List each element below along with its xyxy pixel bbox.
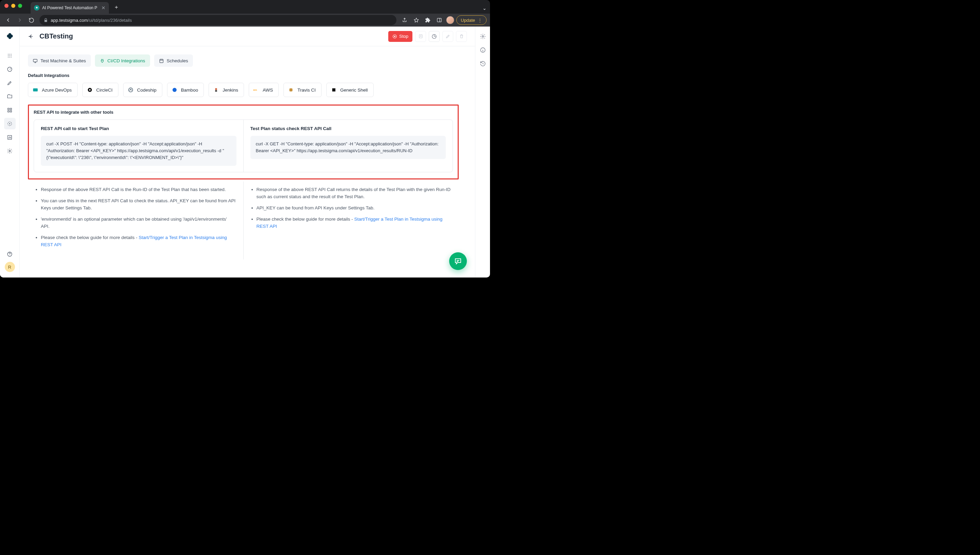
new-tab-button[interactable]: ＋ [114,4,119,11]
right-rail [475,27,490,278]
stop-label: Stop [399,34,408,39]
user-avatar[interactable]: R [5,262,15,272]
reload-button[interactable] [27,15,36,25]
nav-folder-icon[interactable] [4,91,16,102]
svg-point-32 [215,88,217,90]
nav-help-icon[interactable] [4,248,16,260]
rest-api-heading: REST API to integrate with other tools [34,110,453,115]
svg-point-5 [10,55,10,56]
tab-test-machine[interactable]: Test Machine & Suites [28,55,91,67]
svg-rect-25 [34,59,37,62]
api-start-code[interactable]: curl -X POST -H "Content-type: applicati… [41,136,237,166]
update-label: Update [461,18,475,23]
bookmark-star-icon[interactable] [411,15,421,25]
app-logo[interactable] [5,31,15,42]
address-bar[interactable]: app.testsigma.com/ui/td/plans/236/detail… [40,15,396,25]
list-item: Please check the below guide for more de… [41,234,237,249]
header-edit-icon[interactable] [442,31,453,42]
chat-icon [454,257,462,265]
nav-dashboard-icon[interactable] [4,63,16,75]
api-grid: REST API call to start Test Plan curl -X… [34,120,453,172]
svg-point-37 [482,36,484,37]
svg-point-9 [11,56,11,57]
svg-point-18 [9,150,10,151]
close-window-icon[interactable] [5,4,8,8]
profile-avatar[interactable] [446,16,454,24]
api-start-title: REST API call to start Test Plan [41,126,237,131]
list-item: You can use this in the next REST API Ca… [41,197,237,212]
tab-schedules[interactable]: Schedules [154,55,193,67]
left-nav-rail: R [0,27,20,278]
back-arrow-button[interactable] [27,32,35,40]
maximize-window-icon[interactable] [18,4,22,8]
svg-rect-27 [33,88,38,91]
api-status-code[interactable]: curl -X GET -H "Content-type: applicatio… [251,136,446,159]
monitor-icon [33,58,38,63]
info-icon[interactable] [479,46,487,54]
nav-grid-icon[interactable] [4,104,16,116]
update-button[interactable]: Update ⋮ [456,15,487,25]
tab-overflow-icon[interactable]: ⌄ [483,5,490,14]
circleci-icon [87,87,93,93]
svg-text:aws: aws [253,89,257,91]
list-item: API_KEY can be found from API Keys under… [257,205,452,212]
svg-point-3 [11,54,11,55]
lock-icon [43,18,48,22]
integration-circleci[interactable]: CircleCI [82,83,118,97]
forward-button[interactable] [15,15,24,25]
svg-point-30 [129,88,133,92]
nav-settings-icon[interactable] [4,145,16,157]
header-note-icon[interactable] [415,31,426,42]
close-tab-icon[interactable]: ✕ [101,5,106,11]
svg-point-6 [11,55,11,56]
list-item: Response of the above REST API Call is t… [41,186,237,193]
jenkins-icon [213,87,219,93]
nav-plans-icon[interactable] [4,118,16,129]
app-root: R CBTesting Stop Test Machine & Suites [0,27,490,278]
svg-rect-23 [419,35,422,38]
nav-edit-icon[interactable] [4,77,16,88]
svg-point-16 [9,123,10,124]
svg-rect-14 [10,110,11,112]
share-icon[interactable] [400,15,409,25]
extensions-icon[interactable] [423,15,433,25]
panel-icon[interactable] [435,15,444,25]
svg-point-29 [89,89,91,91]
integration-aws[interactable]: awsAWS [249,83,279,97]
content-area: Test Machine & Suites CI/CD Integrations… [20,46,475,278]
header-chart-icon[interactable] [429,31,440,42]
chat-fab[interactable] [449,252,467,270]
stop-button[interactable]: Stop [388,31,412,42]
api-status-title: Test Plan status check REST API Call [251,126,446,131]
integration-generic[interactable]: Generic Shell [326,83,374,97]
svg-point-4 [8,55,8,56]
menu-dots-icon: ⋮ [478,18,482,23]
settings-icon[interactable] [479,33,487,40]
svg-rect-35 [289,88,293,91]
list-item: Response of the above REST API Call retu… [257,186,452,201]
svg-rect-12 [10,108,11,109]
integration-codeship[interactable]: Codeship [123,83,162,97]
svg-point-8 [10,56,10,57]
browser-tab[interactable]: AI Powered Test Automation P ✕ [30,2,109,14]
window-controls [5,4,22,8]
nav-apps-icon[interactable] [4,50,16,61]
svg-point-31 [173,88,177,92]
svg-rect-11 [8,108,9,109]
svg-point-20 [10,255,10,255]
page-title: CBTesting [40,32,73,40]
svg-rect-26 [160,59,163,63]
integration-bamboo[interactable]: Bamboo [167,83,204,97]
integration-travis[interactable]: Travis CI [283,83,321,97]
integration-jenkins[interactable]: Jenkins [209,83,244,97]
api-start-notes: Response of the above REST API Call is t… [28,181,243,259]
nav-reports-icon[interactable] [4,132,16,143]
header-delete-icon[interactable] [456,31,467,42]
tab-cicd[interactable]: CI/CD Integrations [95,55,150,67]
integration-azure[interactable]: Azure DevOps [28,83,78,97]
bamboo-icon [171,87,177,93]
history-icon[interactable] [479,60,487,67]
minimize-window-icon[interactable] [11,4,15,8]
api-notes: Response of the above REST API Call is t… [28,181,459,259]
back-button[interactable] [3,15,13,25]
